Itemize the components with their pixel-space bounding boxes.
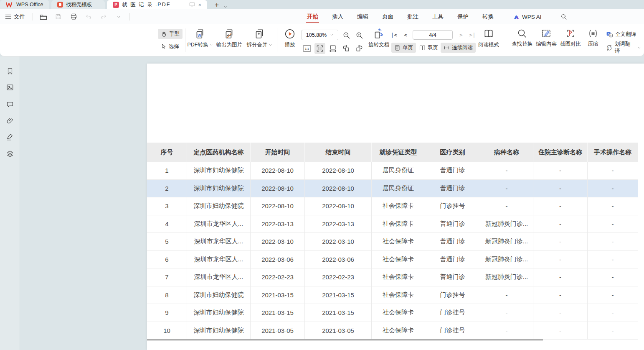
first-page-button[interactable]: |< [389,30,398,39]
table-cell: - [588,215,638,233]
last-page-button[interactable]: >| [468,30,477,39]
open-file-button[interactable] [39,12,48,21]
compress-button[interactable]: 压缩 [584,28,602,48]
screenshot-compare-button[interactable]: 截图对比 [558,28,583,48]
hand-tool-button[interactable]: 手型 [158,29,183,39]
single-page-button[interactable]: 单页 [391,43,416,53]
find-replace-icon [517,28,527,38]
tab-convert[interactable]: 转换 [482,10,494,23]
rotate-right-button[interactable] [354,43,365,54]
table-cell: - [533,268,588,286]
file-menu-button[interactable]: 文件 [3,12,27,22]
close-tab-icon[interactable]: × [198,2,201,8]
quick-access-chevron-icon[interactable] [114,12,123,21]
play-slideshow-button[interactable]: 播放 [281,28,298,49]
zoom-in-button[interactable] [354,30,365,41]
thumbnails-panel-button[interactable] [5,82,15,92]
select-tool-button[interactable]: 选择 [158,41,182,51]
tab-medical-record-pdf[interactable]: P 就 医 记 录 .PDF × [107,0,207,9]
table-cell: - [533,162,588,180]
full-translate-label: 全文翻译 [615,31,636,38]
next-page-button[interactable]: > [456,30,466,39]
document-canvas: 序号定点医药机构名称开始时间结束时间就诊凭证类型医疗类别病种名称住院主诊断名称手… [0,56,644,350]
attachments-panel-button[interactable] [5,116,15,126]
pdf-page[interactable]: 序号定点医药机构名称开始时间结束时间就诊凭证类型医疗类别病种名称住院主诊断名称手… [147,64,644,350]
tab-docer-templates[interactable]: 找稻壳模板 [51,0,105,9]
table-header-cell: 结束时间 [305,143,372,162]
tab-annotate[interactable]: 批注 [406,10,419,23]
split-merge-button[interactable]: 拆分合并 [246,28,273,49]
screen-share-icon[interactable] [189,2,195,7]
table-cell: 普通门诊 [425,251,480,269]
comments-panel-button[interactable] [5,99,15,109]
folder-open-icon [40,14,47,20]
menu-search-button[interactable] [560,13,567,20]
table-cell: 居民身份证 [372,180,425,198]
divider [33,13,33,20]
rotate-left-icon [342,44,350,53]
table-cell: 2022-03-06 [305,251,372,269]
save-button[interactable] [54,12,63,21]
read-mode-button[interactable]: 阅读模式 [476,28,501,49]
wps-ai-button[interactable]: WPS AI [513,14,542,20]
tab-insert[interactable]: 插入 [331,10,344,23]
tab-wps-office[interactable]: WPS Office [0,0,49,9]
zoom-out-icon [342,31,350,39]
window-tab-bar: WPS Office 找稻壳模板 P 就 医 记 录 .PDF × + [0,0,644,9]
read-mode-label: 阅读模式 [478,41,499,49]
rotate-left-button[interactable] [341,43,352,54]
full-text-translate-button[interactable]: A文 全文翻译 [603,29,639,39]
table-cell: - [533,322,588,340]
pdf-convert-button[interactable]: W PDF转换 [186,28,214,49]
tab-page[interactable]: 页面 [381,10,394,23]
edit-content-button[interactable]: 编辑内容 [534,28,558,48]
continuous-reading-button[interactable]: 连续阅读 [441,43,476,53]
find-replace-button[interactable]: 查找替换 [510,28,534,48]
print-button[interactable] [69,12,78,21]
undo-button[interactable] [84,12,93,21]
zoom-in-icon [355,31,363,39]
rotate-document-button[interactable]: 旋转文档 [367,28,391,49]
fit-page-icon [316,44,324,53]
bookmarks-panel-button[interactable] [5,66,15,76]
table-cell: 2021-03-05 [251,322,305,340]
tab-list-chevron-icon[interactable] [223,5,228,9]
fit-width-button[interactable] [327,43,338,54]
tab-protect[interactable]: 保护 [456,10,469,23]
table-cell: 2022-02-23 [305,268,372,286]
table-cell: - [588,286,638,304]
tab-edit[interactable]: 编辑 [356,10,369,23]
table-cell: 门诊挂号 [425,286,480,304]
page-number-input[interactable]: 4/4 [413,30,453,40]
signature-panel-button[interactable] [5,132,15,142]
table-cell: - [588,268,638,286]
tab-home[interactable]: 开始 [306,10,319,23]
fit-page-button[interactable] [314,43,325,54]
zoom-out-button[interactable] [341,30,352,41]
table-bottom-border [147,340,543,340]
save-icon [55,13,62,20]
layers-panel-button[interactable] [5,149,15,159]
prev-page-button[interactable]: < [401,30,410,39]
table-cell: - [588,180,638,198]
table-cell: 普通门诊 [425,268,480,286]
find-replace-label: 查找替换 [512,41,532,48]
zoom-level-combobox[interactable]: 105.88% [302,30,338,40]
comment-icon [6,101,14,108]
table-row: 9深圳市妇幼保健院2021-03-152021-03-15社会保障卡门诊挂号--… [147,304,638,322]
table-row: 10深圳市妇幼保健院2021-03-052021-03-05社会保障卡门诊挂号-… [147,322,638,340]
word-translate-button[interactable]: 文A 划词翻译 [603,43,644,53]
new-tab-button[interactable]: + [213,1,221,9]
redo-button[interactable] [99,12,108,21]
page-indicator: 4/4 [429,32,436,38]
table-cell: 门诊挂号 [425,304,480,322]
actual-size-button[interactable]: 1:1 [302,43,312,54]
table-cell: - [480,322,533,340]
table-header-cell: 就诊凭证类型 [372,143,425,162]
table-cell: 深圳市妇幼保健院 [187,304,251,322]
word-translate-label: 划词翻译 [615,41,635,55]
book-icon [483,28,494,39]
export-image-button[interactable]: 输出为图片 [215,28,244,49]
rotate-document-label: 旋转文档 [368,41,389,49]
tab-tools[interactable]: 工具 [431,10,444,23]
